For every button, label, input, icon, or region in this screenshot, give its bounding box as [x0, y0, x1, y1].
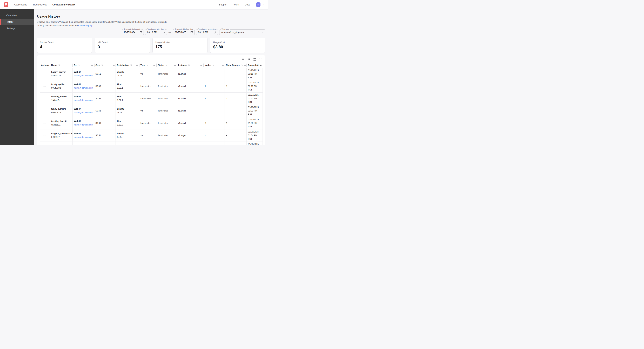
terminated-before-date-label: Terminated before date	[174, 28, 194, 30]
nav-item-troubleshoot[interactable]: Troubleshoot	[33, 0, 47, 9]
sort-arrows-icon[interactable]	[101, 64, 104, 66]
cell-created-at: 01/27/202503:17 PM PST	[247, 80, 263, 92]
row-actions-button[interactable]	[43, 135, 47, 137]
nav-item-support[interactable]: Support	[219, 3, 227, 6]
terminated-before-time-field[interactable]: Terminated before time 03:19 PM	[196, 29, 218, 35]
cell-type: vm	[139, 105, 156, 117]
account-menu[interactable]: K	[256, 2, 264, 7]
dropdown-arrow-icon[interactable]	[261, 31, 264, 34]
column-header-name[interactable]: Name	[50, 62, 73, 68]
density-icon[interactable]	[253, 58, 256, 61]
cell-actions[interactable]	[40, 105, 50, 117]
column-header-status[interactable]: Status	[156, 62, 177, 68]
column-header-instance[interactable]: Instance	[177, 62, 204, 68]
column-label: Name	[51, 64, 57, 66]
sidebar-item-settings[interactable]: Settings	[0, 25, 34, 31]
column-menu-icon[interactable]	[174, 64, 176, 66]
column-menu-icon[interactable]	[200, 64, 202, 66]
clock-icon[interactable]	[214, 31, 216, 34]
cell-created-at: 01/27/202501:03 PM PST	[247, 105, 263, 117]
cell-nodes: -	[204, 68, 225, 80]
timezone-select[interactable]: Timezone America/Los_Angeles	[219, 29, 265, 35]
cell-nodes: -	[204, 105, 225, 117]
timezone-value[interactable]: America/Los_Angeles	[221, 31, 244, 33]
cell-actions[interactable]	[40, 129, 50, 142]
fullscreen-icon[interactable]	[259, 58, 262, 61]
sort-arrows-icon[interactable]	[165, 64, 168, 66]
sort-arrows-icon[interactable]	[188, 64, 190, 66]
cell-actions[interactable]	[40, 117, 50, 129]
column-header-distribution[interactable]: Distribution	[116, 62, 139, 68]
cell-actions[interactable]	[40, 142, 50, 145]
column-header-nodes[interactable]: Nodes	[204, 62, 225, 68]
table-row: keen_lumiere4819de16Replicated CLIname@d…	[40, 142, 263, 145]
created-at-date: 01/27/2025	[248, 93, 261, 97]
overview-page-link[interactable]: Overview page	[78, 24, 93, 27]
terminated-after-date-value[interactable]: 10/27/2024	[124, 31, 135, 33]
terminated-after-date-field[interactable]: Terminated after date 10/27/2024	[122, 29, 144, 35]
distribution-name: k3s	[117, 119, 138, 123]
sort-desc-icon[interactable]	[260, 64, 262, 66]
sort-arrows-icon[interactable]	[130, 64, 132, 66]
column-header-cost[interactable]: Cost	[94, 62, 116, 68]
row-actions-button[interactable]	[43, 122, 47, 124]
terminated-after-time-field[interactable]: Terminated after time 03:19 PM	[145, 29, 167, 35]
cell-actions[interactable]	[40, 92, 50, 105]
table-body: happy_beavera48d9324Web UIname@domain.co…	[40, 68, 263, 145]
calendar-icon[interactable]	[139, 31, 142, 34]
column-menu-icon[interactable]	[244, 64, 246, 66]
sidebar-item-history[interactable]: History	[0, 18, 34, 25]
nav-item-docs[interactable]: Docs	[245, 3, 250, 6]
clock-icon[interactable]	[162, 31, 166, 34]
nav-item-applications[interactable]: Applications	[14, 0, 27, 9]
row-actions-button[interactable]	[43, 85, 47, 88]
column-menu-icon[interactable]	[153, 64, 155, 66]
terminated-before-date-value[interactable]: 01/27/2025	[175, 31, 186, 33]
column-header-type[interactable]: Type	[139, 62, 156, 68]
column-header-created-at[interactable]: Created At	[247, 62, 263, 68]
page-description: Displays prior clusters/VMs and their as…	[37, 20, 174, 27]
sidebar-item-overview[interactable]: Overview	[0, 12, 34, 18]
created-by-email-link[interactable]: name@domain.com	[74, 98, 93, 102]
row-actions-button[interactable]	[43, 110, 47, 112]
created-by-email-link[interactable]: name@domain.com	[74, 74, 93, 77]
distribution-version: 24.04	[117, 74, 138, 77]
created-by-email-link[interactable]: name@domain.com	[74, 86, 93, 90]
avatar[interactable]: K	[256, 2, 260, 7]
sort-arrows-icon[interactable]	[240, 64, 243, 66]
created-by-email-link[interactable]: name@domain.com	[74, 135, 93, 139]
terminated-before-date-field[interactable]: Terminated before date 01/27/2025	[172, 29, 195, 35]
stat-card-usage-minutes: Usage Minutes 175	[152, 38, 208, 53]
created-by-email-link[interactable]: name@domain.com	[74, 111, 93, 114]
column-label: Type	[140, 64, 145, 66]
nav-item-compatibility-matrix[interactable]: Compatibility Matrix	[52, 0, 75, 9]
sort-arrows-icon[interactable]	[58, 64, 60, 66]
cell-actions[interactable]	[40, 68, 50, 80]
column-menu-icon[interactable]	[136, 64, 138, 66]
column-header-by[interactable]: By	[73, 62, 94, 68]
usage-table-card: ActionsNameByCostDistributionTypeStatusI…	[37, 55, 265, 145]
terminated-before-time-value[interactable]: 03:19 PM	[198, 31, 208, 33]
cell-created-at: 01/27/202503:18 PM PST	[247, 68, 263, 80]
filter-icon[interactable]	[242, 58, 244, 61]
cell-actions[interactable]	[40, 80, 50, 92]
column-header-node-groups[interactable]: Node Groups	[225, 62, 247, 68]
created-by-email-link[interactable]: name@domain.com	[74, 123, 93, 127]
sort-arrows-icon[interactable]	[78, 64, 80, 66]
nav-item-team[interactable]: Team	[233, 3, 239, 6]
column-menu-icon[interactable]	[91, 64, 93, 66]
column-menu-icon[interactable]	[113, 64, 115, 66]
calendar-icon[interactable]	[190, 31, 193, 34]
cell-created-at: 01/27/202501:51 PM PST	[247, 92, 263, 105]
column-menu-icon[interactable]	[222, 64, 224, 66]
replicated-logo[interactable]: R	[4, 2, 8, 7]
row-actions-button[interactable]	[43, 98, 47, 100]
row-actions-button[interactable]	[43, 73, 47, 75]
sort-arrows-icon[interactable]	[146, 64, 149, 66]
terminated-after-time-value[interactable]: 03:19 PM	[147, 31, 157, 33]
cell-by: Web UIname@domain.com	[73, 68, 94, 80]
sort-arrows-icon[interactable]	[212, 64, 215, 66]
cell-cost: $0.56	[94, 105, 116, 117]
cost-value: $0.51	[96, 72, 114, 76]
columns-icon[interactable]	[247, 58, 250, 61]
